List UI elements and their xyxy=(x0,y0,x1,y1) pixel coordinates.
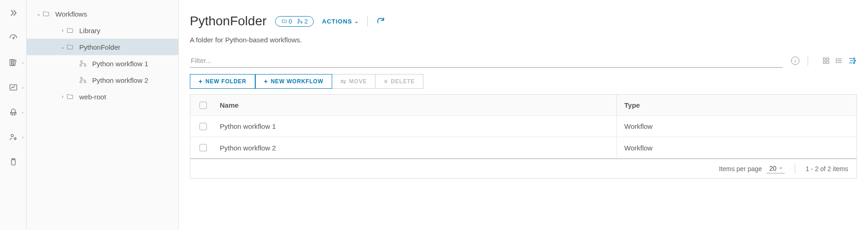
column-header-name[interactable]: Name xyxy=(216,95,617,115)
row-name: Python workflow 1 xyxy=(216,116,617,137)
workflow-icon xyxy=(79,76,89,84)
refresh-icon xyxy=(376,16,385,25)
list-icon xyxy=(835,57,843,64)
row-name: Python workflow 2 xyxy=(216,137,617,158)
svg-rect-18 xyxy=(827,58,829,60)
jar-icon xyxy=(9,157,18,167)
new-folder-label: NEW FOLDER xyxy=(205,78,246,85)
tree-root-workflows[interactable]: ⌄ Workflows xyxy=(27,6,178,22)
rail-analytics[interactable]: › xyxy=(0,81,26,94)
svg-rect-11 xyxy=(81,77,82,79)
row-type: Workflow xyxy=(617,144,856,152)
folder-description: A folder for Python-based workflows. xyxy=(190,36,857,44)
grid-icon xyxy=(822,57,830,64)
gauge-icon xyxy=(9,33,18,42)
row-checkbox[interactable] xyxy=(190,144,216,151)
new-workflow-label: NEW WORKFLOW xyxy=(271,78,323,85)
checkbox-icon xyxy=(199,123,207,130)
separator xyxy=(795,164,795,173)
tree-sidebar: ⌄ Workflows ›Library⌄PythonFolderPython … xyxy=(27,0,179,230)
svg-rect-1 xyxy=(10,59,11,65)
main-content: PythonFolder 0 2 ACTIONS ⌄ A folder for … xyxy=(179,0,868,230)
svg-point-26 xyxy=(836,62,837,63)
badge-workflow-count: 2 xyxy=(305,18,308,25)
view-list-button[interactable] xyxy=(834,56,844,65)
chevron-right-icon: › xyxy=(22,85,23,90)
rail-expand-button[interactable] xyxy=(0,6,26,19)
badge-folder-count: 0 xyxy=(289,18,292,25)
svg-rect-20 xyxy=(827,61,829,63)
refresh-button[interactable] xyxy=(376,16,385,27)
items-table: Name Type Python workflow 1WorkflowPytho… xyxy=(190,94,857,178)
checkbox-icon xyxy=(199,102,207,109)
table-footer: Items per page 20 1 - 2 of 2 items xyxy=(190,158,856,178)
move-icon: ⇆ xyxy=(340,78,346,85)
chevron-double-right-icon xyxy=(9,8,18,17)
toolbar: + NEW FOLDER + NEW WORKFLOW ⇆ MOVE × DEL… xyxy=(190,74,857,89)
move-label: MOVE xyxy=(349,78,367,85)
row-checkbox[interactable] xyxy=(190,123,216,130)
chart-icon xyxy=(9,83,18,92)
svg-rect-9 xyxy=(80,65,82,66)
pagination-range: 1 - 2 of 2 items xyxy=(805,165,848,172)
plus-icon: + xyxy=(264,78,268,85)
view-grid-button[interactable] xyxy=(821,56,831,65)
folder-stats-badge[interactable]: 0 2 xyxy=(275,16,314,27)
chevron-down-icon: ⌄ xyxy=(354,18,359,24)
separator xyxy=(808,56,808,66)
items-per-page-select[interactable]: 20 xyxy=(767,164,785,173)
table-row[interactable]: Python workflow 1Workflow xyxy=(190,116,856,137)
folder-icon xyxy=(281,18,287,24)
tree-caret-icon: › xyxy=(59,93,66,100)
icon-rail: › › › › xyxy=(0,0,27,230)
svg-point-0 xyxy=(12,38,14,39)
svg-rect-10 xyxy=(84,65,86,66)
svg-rect-12 xyxy=(80,81,82,83)
tree-item[interactable]: Python workflow 1 xyxy=(27,55,178,72)
rail-dashboard[interactable] xyxy=(0,31,26,44)
rail-packages[interactable]: › xyxy=(0,106,26,119)
delete-button: × DELETE xyxy=(375,74,423,89)
table-row[interactable]: Python workflow 2Workflow xyxy=(190,137,856,158)
rail-inventory[interactable] xyxy=(0,155,26,168)
separator xyxy=(367,16,368,26)
chevron-right-icon: › xyxy=(22,110,23,115)
chevron-right-icon: › xyxy=(22,135,23,140)
packages-icon xyxy=(9,108,18,117)
table-header: Name Type xyxy=(190,95,856,116)
chevron-right-icon: › xyxy=(22,60,23,65)
workflow-icon xyxy=(297,18,303,24)
svg-rect-16 xyxy=(301,22,302,23)
page-header: PythonFolder 0 2 ACTIONS ⌄ xyxy=(190,14,857,29)
svg-rect-17 xyxy=(823,58,826,60)
filter-row: i xyxy=(190,54,857,68)
rail-admin[interactable]: › xyxy=(0,131,26,144)
tree-item-label: Library xyxy=(79,27,100,34)
svg-rect-14 xyxy=(298,19,299,21)
filter-input[interactable] xyxy=(190,54,783,68)
svg-rect-15 xyxy=(298,22,299,23)
folder-icon xyxy=(66,43,76,51)
new-folder-button[interactable]: + NEW FOLDER xyxy=(190,74,255,89)
svg-point-25 xyxy=(836,60,837,61)
close-icon: × xyxy=(384,78,388,85)
svg-rect-19 xyxy=(823,61,826,63)
view-tree-button[interactable] xyxy=(847,56,857,65)
tree-item[interactable]: ›web-root xyxy=(27,88,178,105)
info-icon[interactable]: i xyxy=(791,57,799,65)
column-header-type[interactable]: Type xyxy=(617,101,856,109)
actions-label: ACTIONS xyxy=(322,18,352,25)
rail-library[interactable]: › xyxy=(0,56,26,69)
svg-rect-32 xyxy=(853,62,855,63)
tree-item[interactable]: ›Library xyxy=(27,22,178,39)
new-workflow-button[interactable]: + NEW WORKFLOW xyxy=(255,74,332,89)
move-button: ⇆ MOVE xyxy=(332,74,375,89)
actions-dropdown[interactable]: ACTIONS ⌄ xyxy=(322,18,359,25)
tree-item[interactable]: Python workflow 2 xyxy=(27,72,178,88)
delete-label: DELETE xyxy=(391,78,415,85)
tree-item[interactable]: ⌄PythonFolder xyxy=(27,39,178,55)
items-per-page-label: Items per page xyxy=(719,165,762,172)
page-title: PythonFolder xyxy=(190,14,267,29)
tree-caret-icon: › xyxy=(59,27,66,34)
select-all-cell[interactable] xyxy=(190,102,216,109)
